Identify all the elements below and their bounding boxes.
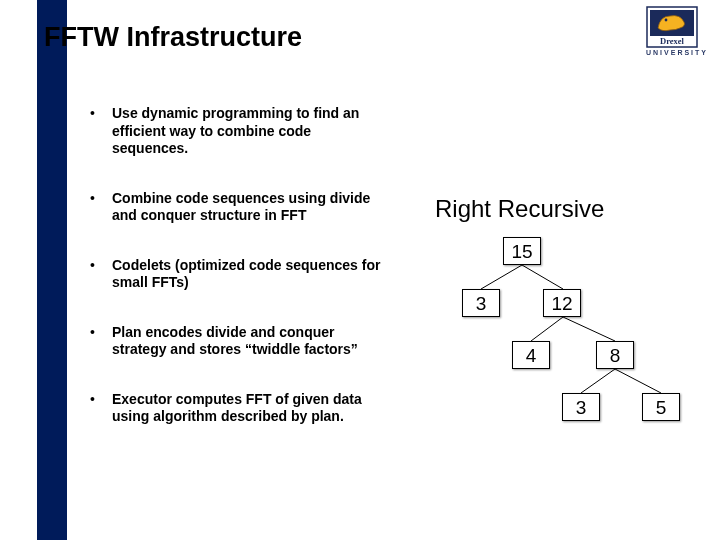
- svg-line-3: [481, 265, 522, 289]
- tree-node-3b: 3: [562, 393, 600, 421]
- dragon-crest-icon: Drexel: [646, 6, 698, 48]
- bullet-item: Plan encodes divide and conquer strategy…: [90, 324, 385, 359]
- page-title: FFTW Infrastructure: [44, 22, 302, 53]
- bullet-item: Use dynamic programming to find an effic…: [90, 105, 385, 158]
- bullet-item: Executor computes FFT of given data usin…: [90, 391, 385, 426]
- tree-node-3: 3: [462, 289, 500, 317]
- logo-wordmark: Drexel: [660, 36, 685, 46]
- bullet-item: Codelets (optimized code sequences for s…: [90, 257, 385, 292]
- side-stripe: [37, 0, 67, 540]
- bullet-item: Combine code sequences using divide and …: [90, 190, 385, 225]
- tree-node-12: 12: [543, 289, 581, 317]
- tree-node-8: 8: [596, 341, 634, 369]
- svg-line-8: [615, 369, 661, 393]
- tree-diagram: Right Recursive 15 3 12 4 8 3 5: [415, 195, 705, 445]
- svg-point-2: [665, 19, 668, 22]
- logo-caption: UNIVERSITY: [646, 49, 708, 56]
- tree-node-4: 4: [512, 341, 550, 369]
- svg-line-7: [581, 369, 615, 393]
- svg-line-6: [563, 317, 615, 341]
- bullet-list: Use dynamic programming to find an effic…: [90, 105, 385, 458]
- tree-node-15: 15: [503, 237, 541, 265]
- tree-node-5: 5: [642, 393, 680, 421]
- svg-line-5: [531, 317, 563, 341]
- svg-line-4: [522, 265, 563, 289]
- drexel-logo: Drexel UNIVERSITY: [646, 6, 708, 56]
